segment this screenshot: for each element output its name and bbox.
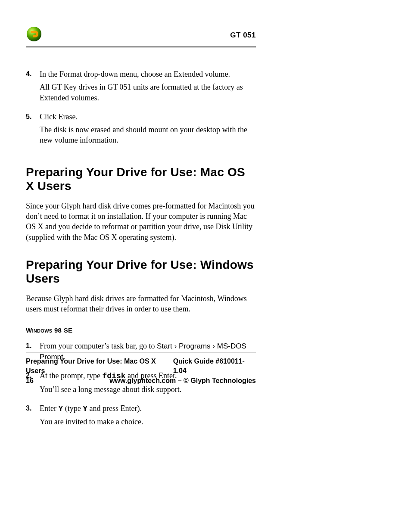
subhead-text: indows 98 SE <box>32 327 72 334</box>
page-footer: Preparing Your Drive for Use: Mac OS X U… <box>26 352 256 386</box>
step-number: 3. <box>26 403 40 413</box>
step-item: 3. Enter Y (type Y and press Enter). You… <box>26 403 256 430</box>
step-number: 1. <box>26 341 40 351</box>
step-item: 5. Click Erase. The disk is now erased a… <box>26 112 256 148</box>
step-text: In the Format drop-down menu, choose an … <box>40 69 256 79</box>
step-text: You are invited to make a choice. <box>40 417 256 427</box>
text-run: (type <box>63 404 83 413</box>
command-text: Y <box>58 404 63 413</box>
subhead-text: W <box>26 327 32 334</box>
footer-row: Preparing Your Drive for Use: Mac OS X U… <box>26 357 256 376</box>
footer-divider <box>26 352 256 352</box>
step-number: 5. <box>26 112 40 121</box>
header-divider <box>26 47 256 47</box>
step-body: In the Format drop-down menu, choose an … <box>40 69 256 106</box>
section-paragraph: Since your Glyph hard disk drive comes p… <box>26 201 256 243</box>
step-body: Click Erase. The disk is now erased and … <box>40 112 256 148</box>
step-text: Click Erase. <box>40 112 256 122</box>
step-body: Enter Y (type Y and press Enter). You ar… <box>40 403 256 430</box>
step-text: You’ll see a long message about disk sup… <box>40 384 256 395</box>
footer-row: 16 www.glyphtech.com – © Glyph Technolog… <box>26 376 256 386</box>
page-header: GT 051 <box>26 26 385 43</box>
page: GT 051 4. In the Format drop-down menu, … <box>0 0 411 532</box>
section-paragraph: Because Glyph hard disk drives are forma… <box>26 293 256 314</box>
text-run: Enter <box>40 404 58 413</box>
text-run: From your computer’s task bar, go to <box>40 342 157 350</box>
footer-page-number: 16 <box>26 376 34 386</box>
step-text: The disk is now erased and should mount … <box>40 124 256 146</box>
subheading-windows98: Windows 98 SE <box>26 327 256 334</box>
section-heading-mac: Preparing Your Drive for Use: Mac OS X U… <box>26 165 256 193</box>
brand-logo-icon <box>26 26 42 42</box>
footer-copyright: www.glyphtech.com – © Glyph Technologies <box>109 376 256 386</box>
document-id: GT 051 <box>230 31 256 40</box>
footer-guide-id: Quick Guide #610011-1.04 <box>173 357 256 376</box>
step-item: 4. In the Format drop-down menu, choose … <box>26 69 256 106</box>
text-run: and press Enter). <box>87 404 142 413</box>
step-number: 4. <box>26 69 40 79</box>
footer-section-title: Preparing Your Drive for Use: Mac OS X U… <box>26 357 173 376</box>
step-text: Enter Y (type Y and press Enter). <box>40 403 256 414</box>
command-text: Y <box>83 404 87 413</box>
section-heading-windows: Preparing Your Drive for Use: Windows Us… <box>26 258 256 286</box>
svg-point-0 <box>27 27 41 41</box>
step-text: All GT Key drives in GT 051 units are fo… <box>40 82 256 103</box>
steps-continued: 4. In the Format drop-down menu, choose … <box>26 69 256 148</box>
